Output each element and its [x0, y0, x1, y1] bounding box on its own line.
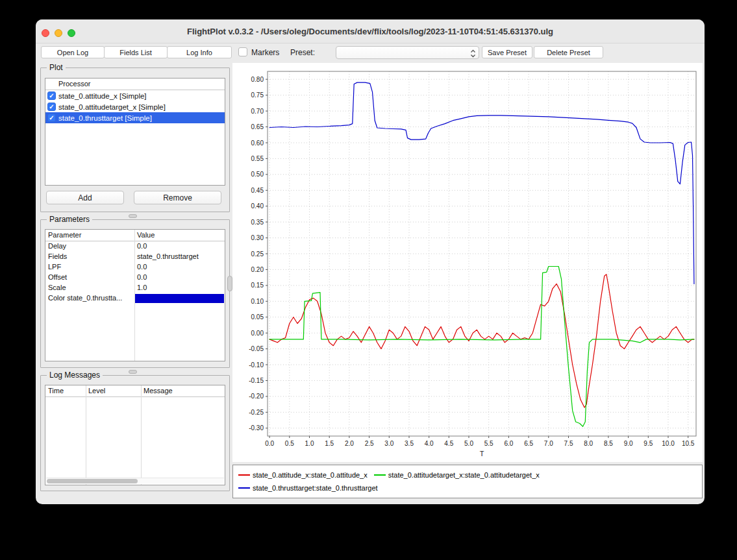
preset-label: Preset: — [290, 48, 315, 57]
parameter-row[interactable]: LPF0.0 — [45, 262, 225, 273]
parameter-row[interactable]: Offset0.0 — [45, 273, 225, 283]
parameter-row[interactable]: Fieldsstate_0.thrusttarget — [45, 252, 225, 262]
color-swatch[interactable] — [135, 294, 224, 303]
svg-text:0.80: 0.80 — [251, 76, 264, 83]
parameter-rows: Delay0.0Fieldsstate_0.thrusttargetLPF0.0… — [45, 241, 225, 304]
parameter-row[interactable]: Delay0.0 — [45, 241, 225, 252]
svg-text:10.0: 10.0 — [662, 440, 675, 447]
plot-item-label: state_0.thrusttarget [Simple] — [58, 114, 152, 122]
legend-line-sample — [238, 487, 250, 489]
svg-text:9.5: 9.5 — [643, 440, 653, 447]
svg-text:4.5: 4.5 — [444, 440, 453, 447]
svg-text:1.0: 1.0 — [305, 440, 314, 447]
legend-label: state_0.attitude_x:state_0.attitude_x — [253, 471, 368, 479]
svg-text:0.00: 0.00 — [251, 330, 264, 337]
legend-label: state_0.thrusttarget:state_0.thrusttarge… — [253, 484, 378, 492]
svg-text:0.70: 0.70 — [251, 108, 264, 115]
plot-item-label: state_0.attitude_x [Simple] — [58, 92, 147, 100]
svg-text:9.0: 9.0 — [624, 440, 633, 447]
open-log-button[interactable]: Open Log — [41, 46, 105, 58]
parameter-name: Color state_0.thrustta... — [48, 294, 122, 302]
log-messages-table[interactable]: Time Level Message — [45, 385, 225, 485]
combo-chevrons-icon — [470, 49, 476, 60]
legend-label: state_0.attitudetarget_x:state_0.attitud… — [388, 471, 540, 479]
message-column-header: Message — [144, 387, 173, 395]
titlebar: FlightPlot v.0.3.2 - /Users/oleg/Documen… — [36, 19, 705, 43]
svg-text:2.5: 2.5 — [365, 440, 374, 447]
svg-text:6.5: 6.5 — [524, 440, 533, 447]
svg-text:0.50: 0.50 — [251, 171, 264, 178]
plot-item-checkbox[interactable]: ✓ — [47, 114, 56, 122]
fields-list-button[interactable]: Fields List — [104, 46, 168, 58]
parameter-value: 0.0 — [137, 263, 147, 271]
legend-item: state_0.attitudetarget_x:state_0.attitud… — [374, 471, 540, 479]
legend-item: state_0.thrusttarget:state_0.thrusttarge… — [238, 484, 378, 492]
splitter-handle-top[interactable] — [129, 214, 137, 218]
plot-list-item[interactable]: ✓state_0.thrusttarget [Simple] — [45, 112, 225, 123]
svg-text:0.05: 0.05 — [251, 313, 264, 321]
plot-group-title: Plot — [47, 63, 66, 72]
parameter-name: Scale — [48, 284, 66, 291]
parameters-group: Parameters Parameter Value Delay0.0Field… — [40, 219, 230, 368]
vertical-splitter-handle[interactable] — [227, 276, 232, 291]
remove-button[interactable]: Remove — [134, 191, 221, 204]
parameter-row[interactable]: Scale1.0 — [45, 283, 225, 293]
parameter-name: Fields — [48, 252, 67, 260]
svg-text:0.35: 0.35 — [251, 219, 264, 226]
plot-item-checkbox[interactable]: ✓ — [47, 103, 56, 111]
log-messages-header: Time Level Message — [45, 385, 225, 397]
svg-text:1.5: 1.5 — [325, 440, 334, 447]
svg-text:7.0: 7.0 — [544, 440, 553, 447]
window-title: FlightPlot v.0.3.2 - /Users/oleg/Documen… — [36, 19, 705, 43]
save-preset-button[interactable]: Save Preset — [482, 46, 532, 58]
parameter-column-header: Parameter — [48, 231, 81, 239]
plot-list-rows: ✓state_0.attitude_x [Simple]✓state_0.att… — [45, 90, 225, 123]
chart-legend: state_0.attitude_x:state_0.attitude_xsta… — [232, 465, 703, 498]
flight-data-chart[interactable]: 0.00.51.01.52.02.53.03.54.04.55.05.56.06… — [232, 63, 703, 462]
parameter-value: 0.0 — [137, 273, 147, 281]
preset-combobox[interactable] — [336, 46, 479, 59]
svg-text:0.20: 0.20 — [251, 266, 264, 273]
markers-checkbox[interactable] — [238, 47, 247, 56]
svg-text:0.5: 0.5 — [285, 440, 294, 447]
column-separator — [141, 385, 142, 485]
svg-text:-0.15: -0.15 — [249, 377, 264, 384]
value-column-header: Value — [137, 231, 155, 239]
plot-item-label: state_0.attitudetarget_x [Simple] — [58, 103, 166, 111]
svg-text:-0.20: -0.20 — [249, 393, 264, 400]
svg-text:0.25: 0.25 — [251, 250, 264, 258]
horizontal-scrollbar[interactable] — [46, 478, 224, 484]
legend-row: state_0.attitude_x:state_0.attitude_xsta… — [238, 469, 697, 481]
scrollbar-thumb[interactable] — [47, 479, 138, 483]
level-column-header: Level — [88, 387, 105, 395]
svg-text:0.45: 0.45 — [251, 187, 264, 194]
svg-text:10.5: 10.5 — [682, 440, 695, 447]
svg-text:5.0: 5.0 — [464, 440, 473, 447]
column-separator — [86, 385, 86, 485]
legend-line-sample — [238, 474, 250, 476]
delete-preset-button[interactable]: Delete Preset — [534, 46, 603, 58]
log-messages-group: Log Messages Time Level Message — [40, 375, 230, 491]
log-messages-group-title: Log Messages — [47, 371, 103, 380]
parameter-name: Delay — [48, 242, 66, 250]
svg-text:-0.30: -0.30 — [249, 424, 264, 432]
chart-panel: 0.00.51.01.52.02.53.03.54.04.55.05.56.06… — [232, 63, 703, 462]
plot-item-checkbox[interactable]: ✓ — [47, 91, 56, 100]
svg-text:5.5: 5.5 — [484, 440, 493, 447]
plot-list-item[interactable]: ✓state_0.attitude_x [Simple] — [45, 90, 225, 101]
parameter-value: state_0.thrusttarget — [137, 252, 199, 260]
svg-text:0.65: 0.65 — [251, 123, 264, 130]
toolbar: Open Log Fields List Log Info Markers Pr… — [36, 46, 705, 62]
add-button[interactable]: Add — [46, 191, 124, 204]
log-info-button[interactable]: Log Info — [167, 46, 232, 58]
plot-list-item[interactable]: ✓state_0.attitudetarget_x [Simple] — [45, 101, 225, 112]
splitter-handle-bottom[interactable] — [129, 370, 137, 374]
svg-text:4.0: 4.0 — [425, 440, 434, 447]
svg-text:-0.05: -0.05 — [249, 345, 264, 352]
parameters-table[interactable]: Parameter Value Delay0.0Fieldsstate_0.th… — [45, 229, 225, 361]
parameter-row[interactable]: Color state_0.thrustta... — [45, 293, 225, 304]
plot-group: Plot Processor ✓state_0.attitude_x [Simp… — [40, 67, 230, 212]
svg-text:0.30: 0.30 — [251, 234, 264, 241]
svg-text:7.5: 7.5 — [564, 440, 573, 447]
plot-list-table[interactable]: Processor ✓state_0.attitude_x [Simple]✓s… — [45, 78, 225, 186]
